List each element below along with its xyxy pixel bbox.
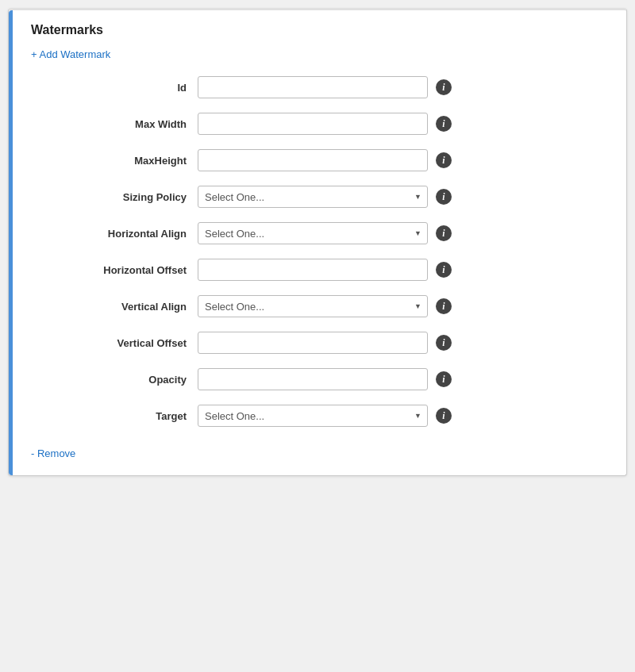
input-max-height[interactable] xyxy=(198,149,428,171)
info-icon-horizontal-offset[interactable]: i xyxy=(436,262,452,278)
control-wrapper-id: i xyxy=(198,76,610,98)
field-row-max-width: Max Width i xyxy=(31,113,610,135)
control-wrapper-opacity: i xyxy=(198,368,610,390)
info-icon-opacity[interactable]: i xyxy=(436,371,452,387)
select-sizing-policy[interactable]: Select One... xyxy=(198,186,428,208)
control-wrapper-max-width: i xyxy=(198,113,610,135)
remove-watermark-link[interactable]: - Remove xyxy=(25,447,75,459)
info-icon-vertical-align[interactable]: i xyxy=(436,298,452,314)
info-icon-target[interactable]: i xyxy=(436,408,452,424)
select-vertical-align[interactable]: Select One... xyxy=(198,295,428,317)
label-id: Id xyxy=(31,82,198,94)
field-row-horizontal-align: Horizontal Align Select One... i xyxy=(31,222,610,244)
field-row-max-height: MaxHeight i xyxy=(31,149,610,171)
label-horizontal-align: Horizontal Align xyxy=(31,228,198,240)
control-wrapper-horizontal-offset: i xyxy=(198,259,610,281)
label-vertical-align: Vertical Align xyxy=(31,301,198,313)
field-row-sizing-policy: Sizing Policy Select One... i xyxy=(31,186,610,208)
select-target[interactable]: Select One... xyxy=(198,405,428,427)
main-panel: Watermarks + Add Watermark Id i Max Widt… xyxy=(8,8,627,476)
info-icon-id[interactable]: i xyxy=(436,79,452,95)
input-max-width[interactable] xyxy=(198,113,428,135)
label-vertical-offset: Vertical Offset xyxy=(31,337,198,349)
label-horizontal-offset: Horizontal Offset xyxy=(31,264,198,276)
select-wrapper-sizing-policy: Select One... xyxy=(198,186,428,208)
input-id[interactable] xyxy=(198,76,428,98)
field-row-id: Id i xyxy=(31,76,610,98)
label-opacity: Opacity xyxy=(31,374,198,386)
info-icon-sizing-policy[interactable]: i xyxy=(436,189,452,205)
label-target: Target xyxy=(31,410,198,422)
info-icon-vertical-offset[interactable]: i xyxy=(436,335,452,351)
control-wrapper-max-height: i xyxy=(198,149,610,171)
control-wrapper-horizontal-align: Select One... i xyxy=(198,222,610,244)
control-wrapper-vertical-offset: i xyxy=(198,332,610,354)
section-title: Watermarks xyxy=(25,23,610,37)
info-icon-max-height[interactable]: i xyxy=(436,152,452,168)
select-wrapper-target: Select One... xyxy=(198,405,428,427)
field-row-vertical-offset: Vertical Offset i xyxy=(31,332,610,354)
label-max-height: MaxHeight xyxy=(31,155,198,167)
control-wrapper-target: Select One... i xyxy=(198,405,610,427)
select-horizontal-align[interactable]: Select One... xyxy=(198,222,428,244)
info-icon-horizontal-align[interactable]: i xyxy=(436,225,452,241)
field-row-opacity: Opacity i xyxy=(31,368,610,390)
left-accent-bar xyxy=(9,10,13,475)
label-sizing-policy: Sizing Policy xyxy=(31,191,198,203)
info-icon-max-width[interactable]: i xyxy=(436,116,452,132)
select-wrapper-vertical-align: Select One... xyxy=(198,295,428,317)
input-horizontal-offset[interactable] xyxy=(198,259,428,281)
field-row-horizontal-offset: Horizontal Offset i xyxy=(31,259,610,281)
field-row-target: Target Select One... i xyxy=(31,405,610,427)
add-watermark-link[interactable]: + Add Watermark xyxy=(25,48,110,60)
input-opacity[interactable] xyxy=(198,368,428,390)
label-max-width: Max Width xyxy=(31,118,198,130)
select-wrapper-horizontal-align: Select One... xyxy=(198,222,428,244)
control-wrapper-vertical-align: Select One... i xyxy=(198,295,610,317)
watermark-form: Id i Max Width i MaxHeight i Sizing Poli… xyxy=(25,76,610,427)
input-vertical-offset[interactable] xyxy=(198,332,428,354)
control-wrapper-sizing-policy: Select One... i xyxy=(198,186,610,208)
field-row-vertical-align: Vertical Align Select One... i xyxy=(31,295,610,317)
